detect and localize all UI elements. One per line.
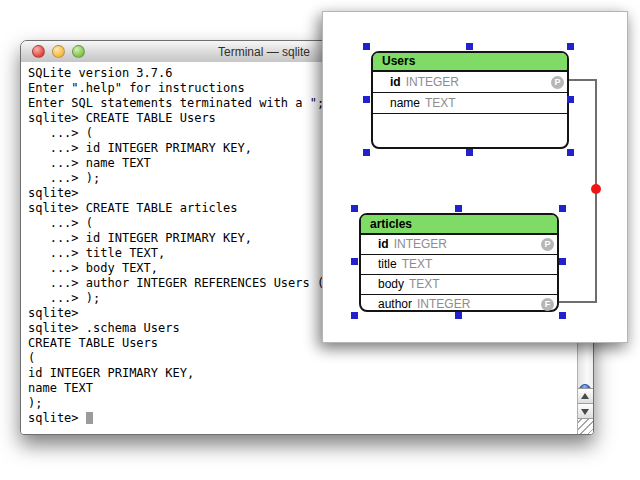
- terminal-line: id INTEGER PRIMARY KEY,: [28, 366, 593, 381]
- field-type: TEXT: [409, 277, 440, 291]
- field-type: INTEGER: [406, 75, 459, 89]
- field-name: author: [378, 297, 412, 311]
- foreign-key-badge: F: [541, 298, 554, 311]
- terminal-line: name TEXT: [28, 381, 593, 396]
- close-button[interactable]: [32, 45, 45, 58]
- relationship-midpoint-dot: [591, 184, 601, 194]
- terminal-line: );: [28, 396, 593, 411]
- selection-handle[interactable]: [559, 312, 566, 319]
- arrow-up-icon: [581, 393, 589, 399]
- field-type: TEXT: [402, 257, 433, 271]
- scroll-down-button[interactable]: [578, 403, 593, 419]
- field-name: id: [390, 75, 401, 89]
- terminal-prompt-line[interactable]: sqlite>: [28, 411, 593, 426]
- schema-diagram-panel: Users idINTEGERP nameTEXT articles idINT…: [322, 11, 628, 343]
- terminal-line: (: [28, 351, 593, 366]
- selection-handle[interactable]: [466, 149, 473, 156]
- field-name: name: [390, 96, 420, 110]
- selection-handle[interactable]: [351, 312, 358, 319]
- field-type: INTEGER: [417, 297, 470, 311]
- table-articles-header[interactable]: articles: [361, 215, 557, 235]
- field-row-articles-title[interactable]: titleTEXT: [361, 255, 557, 275]
- scroll-up-button[interactable]: [578, 388, 593, 404]
- selection-handle[interactable]: [567, 96, 574, 103]
- field-row-articles-id[interactable]: idINTEGERP: [361, 235, 557, 255]
- selection-handle[interactable]: [455, 205, 462, 212]
- selection-handle[interactable]: [363, 149, 370, 156]
- selection-handle[interactable]: [455, 312, 462, 319]
- field-row-articles-body[interactable]: bodyTEXT: [361, 275, 557, 295]
- field-name: title: [378, 257, 397, 271]
- primary-key-badge: P: [551, 76, 564, 89]
- primary-key-badge: P: [541, 238, 554, 251]
- field-type: INTEGER: [394, 237, 447, 251]
- selection-handle[interactable]: [567, 149, 574, 156]
- selection-handle[interactable]: [351, 205, 358, 212]
- zoom-button[interactable]: [72, 45, 85, 58]
- selection-handle[interactable]: [567, 43, 574, 50]
- selection-handle[interactable]: [559, 258, 566, 265]
- terminal-cursor: [86, 412, 93, 424]
- field-name: body: [378, 277, 404, 291]
- selection-handle[interactable]: [559, 205, 566, 212]
- selection-handle[interactable]: [466, 43, 473, 50]
- desktop: Terminal — sqlite SQLite version 3.7.6 E…: [0, 0, 640, 480]
- selection-handle[interactable]: [351, 258, 358, 265]
- field-row-users-id[interactable]: idINTEGERP: [373, 72, 567, 93]
- prompt-text: sqlite>: [28, 411, 86, 425]
- selection-handle[interactable]: [363, 96, 370, 103]
- minimize-button[interactable]: [52, 45, 65, 58]
- field-name: id: [378, 237, 389, 251]
- window-title: Terminal — sqlite: [218, 45, 310, 59]
- selection-handle[interactable]: [363, 43, 370, 50]
- table-articles[interactable]: articles idINTEGERP titleTEXT bodyTEXT a…: [359, 213, 559, 312]
- table-users[interactable]: Users idINTEGERP nameTEXT: [371, 51, 569, 149]
- field-row-users-name[interactable]: nameTEXT: [373, 93, 567, 114]
- field-type: TEXT: [425, 96, 456, 110]
- resize-grip-icon[interactable]: [578, 418, 593, 434]
- table-users-header[interactable]: Users: [373, 53, 567, 72]
- arrow-down-icon: [581, 409, 589, 415]
